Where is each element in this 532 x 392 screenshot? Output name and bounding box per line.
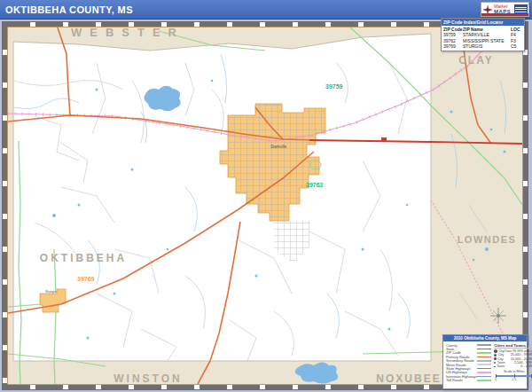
legend-swatch <box>477 364 491 365</box>
zip-label-39769: 39769 <box>77 276 95 282</box>
scale-ticks: 0 2.5 5 <box>494 378 532 381</box>
city-label-sturgis: Sturgis <box>45 289 56 294</box>
city-dot <box>494 349 497 353</box>
map-legend: 2010 Oktibbeha County, MS Map County Sta… <box>442 334 528 389</box>
zip-index-box: ZIP Code Index/Grid Locator ZIP Code ZIP… <box>441 18 525 51</box>
legend-swatch <box>477 376 491 378</box>
zip-index-table: ZIP Code ZIP Name LOC 39759 STARKVILLE F… <box>442 26 524 51</box>
legend-swatch <box>477 344 491 346</box>
legend-swatch <box>477 360 491 362</box>
cities-header: Cities and Towns <box>494 343 532 349</box>
marketmaps-logo: Market MAPS <box>481 2 529 17</box>
legend-swatch <box>477 368 491 370</box>
legend-swatch <box>477 349 491 350</box>
legend-body: County State ZIP Code Primary Roads Seco… <box>443 341 527 383</box>
city-dot <box>494 354 497 357</box>
zip-row-code: 39769 <box>443 43 463 49</box>
zip-index-header: ZIP Code Index/Grid Locator <box>442 19 524 26</box>
title-bar: OKTIBBEHA COUNTY, MS <box>0 0 532 20</box>
zip-row-name: STURGIS <box>463 43 511 49</box>
county-label-webster: WEBSTER <box>71 27 184 39</box>
city-dot <box>494 357 497 360</box>
zip-row-loc: C5 <box>511 43 524 49</box>
legend-item: Toll Roads <box>446 379 491 382</box>
logo-strip <box>481 13 528 16</box>
zip-label-39762: 39762 <box>306 182 324 188</box>
legend-swatch <box>477 357 491 358</box>
scale-label: Scale in Miles <box>494 370 532 373</box>
county-map: WEBSTER CLAY OKTIBBEHA LOWNDES WINSTON N… <box>8 27 522 384</box>
city-dot <box>494 366 496 368</box>
county-label-winston: WINSTON <box>113 372 182 384</box>
legend-line-types: County State ZIP Code Primary Roads Seco… <box>446 343 491 382</box>
zip-label-39759: 39759 <box>325 83 343 90</box>
city-dot <box>494 362 496 364</box>
legend-cities: Cities and Towns CityOver 99,999 and up … <box>494 343 532 382</box>
county-shape-oktibbeha <box>13 34 431 361</box>
city-size-row: Town0 - 2,499 <box>494 365 532 368</box>
city-label-starkville: Starkville <box>270 145 287 149</box>
legend-swatch <box>477 380 491 381</box>
county-label-clay: CLAY <box>458 54 494 67</box>
highway-shield <box>381 137 387 141</box>
county-label-lowndes: LOWNDES <box>458 234 517 245</box>
legend-swatch <box>477 352 491 354</box>
scale-bar: Scale in Miles 0 2.5 5 <box>494 370 532 381</box>
page-title: OKTIBBEHA COUNTY, MS <box>5 4 133 15</box>
county-label-oktibbeha: OKTIBBEHA <box>40 252 127 264</box>
legend-swatch <box>477 372 491 373</box>
legend-title: 2010 Oktibbeha County, MS Map <box>443 335 527 341</box>
map-canvas: WEBSTER CLAY OKTIBBEHA LOWNDES WINSTON N… <box>7 27 523 385</box>
county-label-noxubee: NOXUBEE <box>376 372 441 384</box>
